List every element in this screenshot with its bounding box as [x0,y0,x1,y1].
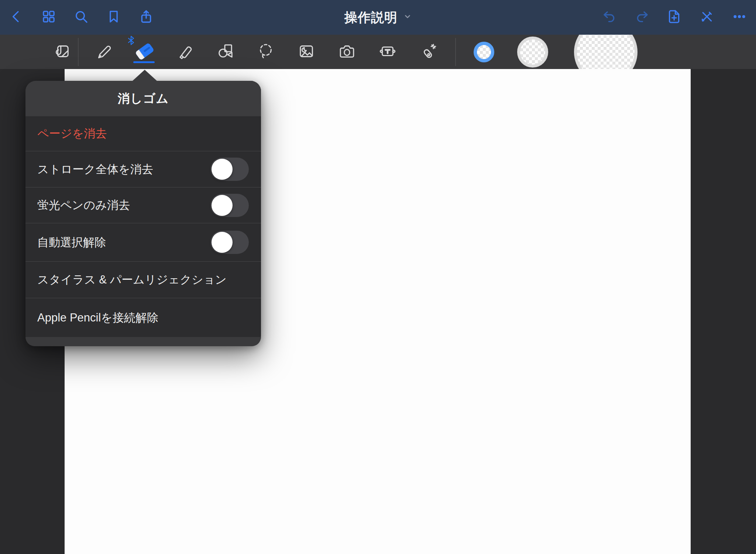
bookmark-icon [106,9,121,25]
tool-pen[interactable] [83,35,124,69]
toggle-knob [212,232,233,253]
tool-eraser[interactable] [124,35,164,69]
pen-disabled-icon [700,9,714,25]
back-icon [9,9,24,25]
document-title-dropdown[interactable]: 操作説明 [344,0,412,35]
laser-pointer-icon [420,43,437,61]
eraser-size-large[interactable] [574,35,638,69]
back-button[interactable] [8,9,24,25]
search-icon [74,9,89,25]
erase-page-item[interactable]: ページを消去 [25,116,261,151]
auto-deselect-label: 自動選択解除 [37,235,210,250]
stop-editing-button[interactable] [699,9,715,25]
eraser-options-popover: 消しゴム ページを消去 ストローク全体を消去 蛍光ペンのみ消去 自動選択解除 ス… [25,81,261,346]
canvas-area: 消しゴム ページを消去 ストローク全体を消去 蛍光ペンのみ消去 自動選択解除 ス… [0,69,756,554]
tool-laser-pointer[interactable] [408,35,449,69]
image-icon [298,43,315,61]
nav-right-group [601,9,756,25]
tool-camera[interactable] [327,35,367,69]
text-icon [379,43,396,61]
erase-highlighter-only-row: 蛍光ペンのみ消去 [25,187,261,223]
tool-highlighter[interactable] [164,35,205,69]
erase-page-label: ページを消去 [37,126,249,141]
erase-entire-stroke-label: ストローク全体を消去 [37,162,210,177]
more-button[interactable] [731,9,748,25]
add-page-icon [667,9,682,25]
tool-lasso[interactable] [245,35,286,69]
thumbnails-grid-icon [41,9,56,25]
search-button[interactable] [73,9,89,25]
popover-footer [25,337,261,346]
toggle-knob [212,159,233,180]
popover-title: 消しゴム [25,81,261,116]
toolbar-divider [78,38,79,66]
stylus-palm-rejection-label: スタイラス & パームリジェクション [37,272,249,288]
undo-icon [602,9,617,25]
stylus-palm-rejection-item[interactable]: スタイラス & パームリジェクション [25,261,261,298]
chevron-down-icon [403,13,412,22]
auto-deselect-row: 自動選択解除 [25,223,261,261]
tool-bar [0,35,756,69]
thumbnails-button[interactable] [41,9,57,25]
add-page-button[interactable] [666,9,683,25]
tool-view-mode[interactable] [45,35,78,69]
auto-deselect-toggle[interactable] [210,231,249,254]
redo-icon [635,9,649,25]
eraser-icon [131,39,157,65]
page-title: 操作説明 [344,9,398,26]
selected-tool-indicator [133,61,155,63]
toggle-knob [212,195,233,216]
undo-button[interactable] [601,9,618,25]
view-mode-icon [53,43,70,61]
bluetooth-icon [128,36,134,45]
erase-entire-stroke-row: ストローク全体を消去 [25,151,261,187]
bookmark-button[interactable] [106,9,122,25]
erase-highlighter-only-label: 蛍光ペンのみ消去 [37,197,210,213]
lasso-icon [257,43,274,61]
popover-arrow [133,70,157,81]
share-icon [139,9,154,25]
erase-highlighter-only-toggle[interactable] [210,194,249,217]
redo-button[interactable] [634,9,650,25]
more-ellipsis-icon [732,9,747,25]
tool-text[interactable] [367,35,408,69]
disconnect-apple-pencil-label: Apple Pencilを接続解除 [37,310,249,326]
nav-left-group [0,9,154,25]
eraser-size-medium[interactable] [517,37,548,68]
tool-shapes[interactable] [205,35,245,69]
erase-entire-stroke-toggle[interactable] [210,158,249,181]
share-button[interactable] [138,9,154,25]
eraser-size-small[interactable] [474,42,494,62]
disconnect-apple-pencil-item[interactable]: Apple Pencilを接続解除 [25,298,261,337]
toolbar-divider-2 [455,38,456,66]
tool-image[interactable] [286,35,327,69]
camera-icon [339,43,355,61]
navigation-bar: 操作説明 [0,0,756,35]
pen-icon [95,43,112,61]
highlighter-icon [176,43,193,61]
shapes-icon [217,43,234,61]
